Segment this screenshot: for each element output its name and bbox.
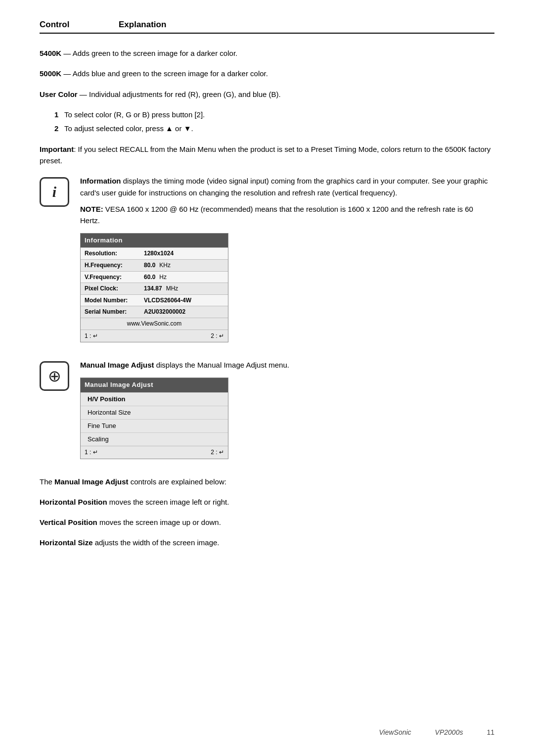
- info-unit-vfreq: Hz: [159, 273, 167, 282]
- text-mia: displays the Manual Image Adjust menu.: [154, 361, 289, 369]
- info-btn-row: 1 : ↵ 2 : ↵: [81, 330, 228, 342]
- para-user-color: User Color — Individual adjustments for …: [40, 89, 494, 100]
- text-mia-intro-end: controls are explained below:: [128, 477, 226, 486]
- info-row-resolution: Resolution: 1280x1024: [81, 247, 228, 259]
- footer-model: VP2000s: [435, 728, 463, 736]
- info-box-title: Information: [81, 234, 228, 247]
- info-label-model: Model Number:: [85, 296, 144, 305]
- mia-item-hvposition: H/V Position: [81, 392, 228, 406]
- footer-brand: ViewSonic: [379, 728, 411, 736]
- info-row-hfreq: H.Frequency: 80.0 KHz: [81, 259, 228, 271]
- mia-btn1: 1 : ↵: [85, 448, 98, 457]
- info-label-resolution: Resolution:: [85, 249, 144, 258]
- info-row-serial: Serial Number: A2U032000002: [81, 306, 228, 318]
- text-horiz-pos: moves the screen image left or right.: [107, 498, 229, 506]
- info-box: Information Resolution: 1280x1024 H.Freq…: [80, 233, 228, 342]
- footer-page: 11: [487, 728, 494, 736]
- page-footer: ViewSonic VP2000s 11: [40, 728, 494, 736]
- info-icon: i: [52, 184, 56, 200]
- para-horiz-size: Horizontal Size adjusts the width of the…: [40, 537, 494, 548]
- bold-user-color: User Color: [40, 90, 78, 98]
- page: Control Explanation 5400K — Adds green t…: [0, 0, 534, 756]
- bold-vert-pos: Vertical Position: [40, 518, 97, 526]
- step-2-num: 2: [54, 123, 64, 135]
- text-5000k: — Adds blue and green to the screen imag…: [61, 69, 268, 78]
- content-area: 5400K — Adds green to the screen image f…: [40, 47, 494, 549]
- text-horiz-size: adjusts the width of the screen image.: [93, 538, 220, 547]
- info-value-serial: A2U032000002: [144, 307, 185, 317]
- info-value-model: VLCDS26064-4W: [144, 296, 191, 305]
- info-label-pixelclock: Pixel Clock:: [85, 284, 144, 293]
- info-unit-pixelclock: MHz: [166, 284, 178, 293]
- info-btn1: 1 : ↵: [85, 331, 98, 341]
- mia-box: Manual Image Adjust H/V Position Horizon…: [80, 378, 228, 459]
- info-row-model: Model Number: VLCDS26064-4W: [81, 294, 228, 306]
- para-important: Important: If you select RECALL from the…: [40, 143, 494, 167]
- mia-btn-row: 1 : ↵ 2 : ↵: [81, 446, 228, 459]
- info-label-serial: Serial Number:: [85, 307, 144, 317]
- para-vert-pos: Vertical Position moves the screen image…: [40, 517, 494, 528]
- para-information: Information displays the timing mode (vi…: [80, 175, 494, 198]
- step-1-num: 1: [54, 109, 64, 121]
- bold-mia: Manual Image Adjust: [80, 361, 154, 369]
- text-vert-pos: moves the screen image up or down.: [97, 518, 221, 526]
- info-label-vfreq: V.Frequency:: [85, 273, 144, 282]
- info-value-vfreq: 60.0: [144, 273, 155, 282]
- step-1-item: 1To select color (R, G or B) press butto…: [54, 109, 494, 121]
- step-1-text: To select color (R, G or B) press button…: [64, 110, 205, 119]
- info-value-resolution: 1280x1024: [144, 249, 174, 258]
- mia-box-title: Manual Image Adjust: [81, 378, 228, 392]
- color-steps-list: 1To select color (R, G or B) press butto…: [54, 109, 494, 135]
- text-information: displays the timing mode (video signal i…: [80, 177, 488, 196]
- mia-section: ⊕ Manual Image Adjust displays the Manua…: [40, 359, 494, 466]
- info-website-row: www.ViewSonic.com: [81, 318, 228, 330]
- bold-important: Important: [40, 145, 74, 153]
- info-website: www.ViewSonic.com: [127, 319, 181, 329]
- bold-horiz-size: Horizontal Size: [40, 538, 93, 547]
- bold-note: NOTE:: [80, 205, 103, 213]
- bold-5400k: 5400K: [40, 49, 61, 57]
- mia-item-scaling: Scaling: [81, 432, 228, 446]
- bold-horiz-pos: Horizontal Position: [40, 498, 107, 506]
- para-note: NOTE: VESA 1600 x 1200 @ 60 Hz (recommen…: [80, 203, 494, 227]
- header-row: Control Explanation: [40, 20, 494, 34]
- para-mia: Manual Image Adjust displays the Manual …: [80, 359, 494, 371]
- text-mia-intro: The: [40, 477, 54, 486]
- para-horiz-pos: Horizontal Position moves the screen ima…: [40, 496, 494, 508]
- header-explanation-label: Explanation: [119, 20, 166, 30]
- mia-btn2: 2 : ↵: [211, 448, 224, 457]
- information-section: i Information displays the timing mode (…: [40, 175, 494, 349]
- info-icon-box: i: [40, 177, 69, 207]
- info-row-pixelclock: Pixel Clock: 134.87 MHz: [81, 283, 228, 294]
- step-2-text: To adjust selected color, press ▲ or ▼.: [64, 124, 193, 133]
- info-value-hfreq: 80.0: [144, 261, 155, 270]
- mia-content: Manual Image Adjust displays the Manual …: [80, 359, 494, 466]
- bold-information: Information: [80, 177, 121, 185]
- info-value-pixelclock: 134.87: [144, 284, 162, 293]
- bold-5000k: 5000K: [40, 69, 61, 78]
- text-note: VESA 1600 x 1200 @ 60 Hz (recommended) m…: [80, 205, 473, 225]
- info-btn2: 2 : ↵: [211, 331, 224, 341]
- info-row-vfreq: V.Frequency: 60.0 Hz: [81, 271, 228, 283]
- info-label-hfreq: H.Frequency:: [85, 261, 144, 270]
- header-control-label: Control: [40, 20, 119, 30]
- information-content: Information displays the timing mode (vi…: [80, 175, 494, 349]
- mia-icon-box: ⊕: [40, 361, 69, 391]
- para-5400k: 5400K — Adds green to the screen image f…: [40, 47, 494, 59]
- info-unit-hfreq: KHz: [159, 261, 171, 270]
- mia-item-horizsize: Horizontal Size: [81, 406, 228, 419]
- para-mia-intro: The Manual Image Adjust controls are exp…: [40, 476, 494, 487]
- text-5400k: — Adds green to the screen image for a d…: [61, 49, 237, 57]
- text-user-color: — Individual adjustments for red (R), gr…: [78, 90, 281, 98]
- para-5000k: 5000K — Adds blue and green to the scree…: [40, 68, 494, 79]
- move-icon: ⊕: [48, 367, 61, 385]
- mia-item-finetune: Fine Tune: [81, 419, 228, 432]
- step-2-item: 2To adjust selected color, press ▲ or ▼.: [54, 123, 494, 135]
- bold-mia-intro: Manual Image Adjust: [54, 477, 128, 486]
- text-important: : If you select RECALL from the Main Men…: [40, 145, 490, 165]
